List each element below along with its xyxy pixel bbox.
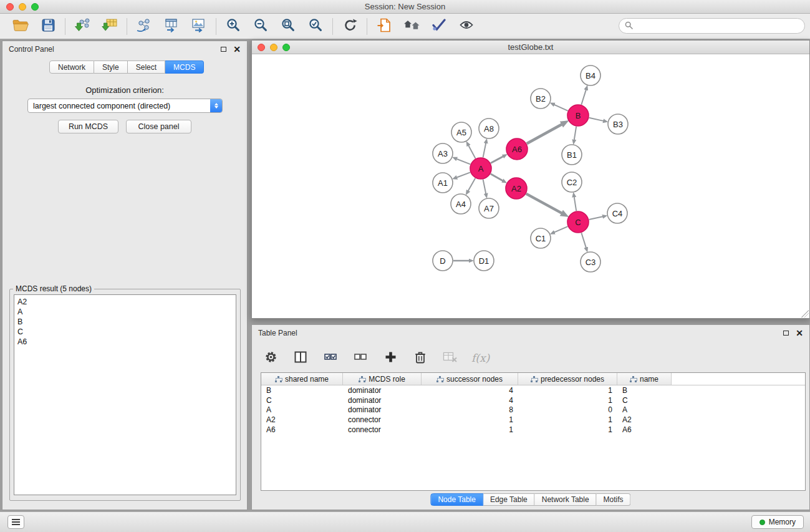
graph-node[interactable]: A3 [433,143,453,163]
graph-node[interactable]: A4 [451,194,471,214]
graph-node[interactable]: A5 [451,122,471,142]
graph-edge[interactable] [527,124,562,143]
tab-mcds[interactable]: MCDS [165,60,204,74]
deselect-all-columns-button[interactable] [352,349,369,367]
graph-node[interactable]: C [567,211,589,233]
mcds-result-list[interactable]: A2ABCA6 [14,294,236,495]
show-hide-button[interactable] [458,17,475,36]
graph-edge[interactable] [483,180,486,194]
graph-edge[interactable] [581,233,586,248]
delete-column-button[interactable] [412,349,429,367]
minimize-network-window-button[interactable] [270,44,277,51]
tab-style[interactable]: Style [94,60,128,74]
task-history-button[interactable] [7,515,24,529]
close-panel-icon[interactable]: ✕ [233,46,241,52]
graph-edge[interactable] [589,118,604,121]
delete-table-button[interactable] [441,349,459,367]
close-window-button[interactable] [6,3,14,11]
graph-node[interactable]: A1 [433,173,453,193]
close-panel-button[interactable]: Close panel [126,120,191,133]
table-row[interactable]: A2connector11A2 [261,415,805,425]
graph-node[interactable]: C3 [581,252,600,272]
run-mcds-button[interactable]: Run MCDS [58,120,118,133]
import-table-button[interactable] [101,17,118,36]
graph-node[interactable]: A7 [479,198,499,218]
select-all-columns-button[interactable] [322,349,339,367]
import-network-button[interactable] [74,17,91,36]
column-header[interactable]: predecessor nodes [518,373,617,385]
export-network-button[interactable] [135,17,153,36]
home-view-button[interactable] [403,17,420,36]
graph-edge[interactable] [526,194,562,213]
result-item[interactable]: A [17,307,233,317]
minimize-window-button[interactable] [19,3,26,11]
toolbar-search[interactable] [619,18,805,34]
table-row[interactable]: Bdominator41B [261,385,805,395]
zoom-network-window-button[interactable] [282,44,290,51]
graph-edge[interactable] [456,172,470,177]
graph-node[interactable]: A2 [506,178,527,199]
float-panel-icon[interactable] [221,47,226,52]
graph-edge[interactable] [468,145,475,158]
table-row[interactable]: Cdominator41C [261,395,805,405]
tab-network-table[interactable]: Network Table [535,493,597,506]
open-session-button[interactable] [12,17,29,36]
zoom-in-button[interactable] [224,17,242,36]
column-header[interactable]: shared name [261,373,343,385]
tab-motifs[interactable]: Motifs [597,493,631,506]
graph-edge[interactable] [491,174,503,181]
network-canvas[interactable]: B4B2BB3A5A8A6B1A3AC2A1A2A4A7C4CC1C3DD1 [252,54,809,318]
graph-node[interactable]: B [567,105,589,126]
export-image-button[interactable] [190,17,208,36]
table-settings-button[interactable] [262,349,279,367]
graph-edge[interactable] [589,216,603,220]
graph-node[interactable]: C1 [531,228,551,248]
memory-button[interactable]: Memory [751,515,804,529]
tab-select[interactable]: Select [128,60,165,74]
zoom-out-button[interactable] [252,17,269,36]
graph-node[interactable]: B1 [562,145,582,165]
graph-node[interactable]: A6 [506,138,528,160]
tab-edge-table[interactable]: Edge Table [483,493,535,506]
graph-edge[interactable] [483,143,486,158]
function-builder-button[interactable]: f(x) [471,352,489,364]
zoom-window-button[interactable] [31,3,39,11]
zoom-selected-button[interactable] [307,17,324,36]
tab-node-table[interactable]: Node Table [430,493,483,506]
tab-network[interactable]: Network [49,60,94,74]
graph-node[interactable]: C2 [562,172,582,192]
graph-edge[interactable] [554,105,568,111]
graph-edge[interactable] [574,197,577,211]
show-columns-button[interactable] [292,349,309,367]
table-row[interactable]: Adominator80A [261,405,805,415]
graph-node[interactable]: B4 [581,65,600,85]
graph-node[interactable]: D [433,251,453,271]
result-item[interactable]: B [17,317,233,327]
save-session-button[interactable] [39,17,57,36]
result-item[interactable]: C [17,327,233,337]
apply-layout-button[interactable] [341,17,359,36]
graph-node[interactable]: C4 [607,203,627,223]
result-item[interactable]: A6 [17,337,233,347]
float-table-panel-icon[interactable] [783,331,789,336]
criterion-dropdown[interactable]: largest connected component (directed) [27,99,223,113]
export-table-button[interactable] [163,17,180,36]
create-column-button[interactable] [382,349,399,367]
zoom-fit-button[interactable] [279,17,297,36]
graph-edge[interactable] [468,178,475,191]
graph-node[interactable]: D1 [474,251,494,271]
network-graph[interactable]: B4B2BB3A5A8A6B1A3AC2A1A2A4A7C4CC1C3DD1 [252,54,809,318]
import-document-button[interactable] [375,17,393,36]
search-input[interactable] [637,22,799,31]
validate-button[interactable] [430,17,448,36]
graph-edge[interactable] [581,90,586,105]
column-header[interactable]: MCDS role [343,373,422,385]
graph-node[interactable]: A [470,158,491,179]
graph-node[interactable]: B2 [531,89,551,109]
graph-node[interactable]: B3 [608,114,628,134]
column-header[interactable]: successor nodes [422,373,518,385]
graph-edge[interactable] [574,127,576,140]
graph-node[interactable]: A8 [479,118,499,138]
close-network-window-button[interactable] [258,44,265,51]
window-resize-grip[interactable] [801,310,809,317]
